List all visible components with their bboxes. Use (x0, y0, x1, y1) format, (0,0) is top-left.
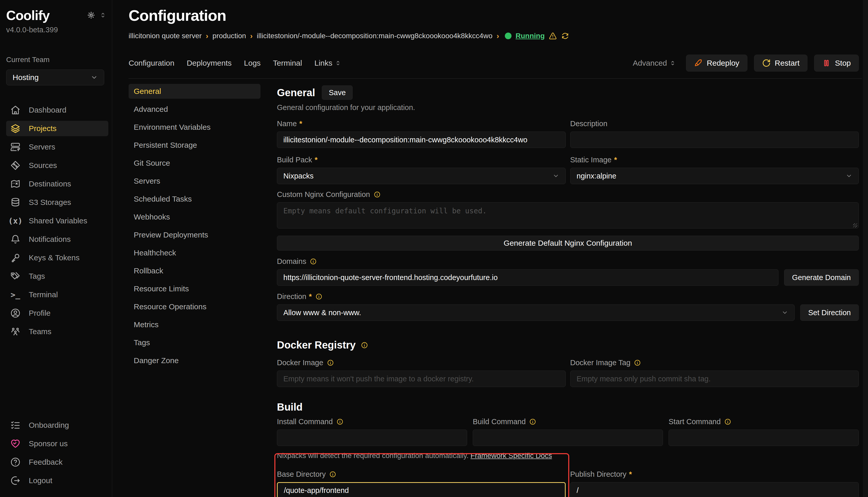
tab-terminal[interactable]: Terminal (273, 59, 302, 68)
sidebar-item-notifications[interactable]: Notifications (6, 231, 108, 247)
breadcrumb-environment-link[interactable]: production (212, 32, 246, 40)
subnav-webhooks[interactable]: Webhooks (128, 210, 261, 224)
info-icon[interactable] (336, 418, 343, 425)
restart-button[interactable]: Restart (754, 55, 808, 72)
tab-logs[interactable]: Logs (244, 59, 261, 68)
sidebar-item-logout[interactable]: Logout (6, 473, 108, 488)
set-direction-button[interactable]: Set Direction (800, 304, 859, 321)
theme-selector-icon[interactable] (100, 12, 106, 18)
app-logo[interactable]: Coolify (6, 8, 50, 23)
breadcrumb-application-link[interactable]: illicitestonion/-module--decomposition:m… (257, 32, 493, 40)
sidebar-item-label: Servers (29, 143, 55, 151)
sidebar-item-projects[interactable]: Projects (6, 121, 108, 136)
advanced-dropdown[interactable]: Advanced (633, 59, 676, 68)
start-command-input[interactable] (669, 429, 859, 446)
sidebar-item-destinations[interactable]: Destinations (6, 176, 108, 191)
sidebar-item-keys-tokens[interactable]: Keys & Tokens (6, 250, 108, 266)
name-input[interactable] (277, 131, 566, 148)
sidebar-item-shared-variables[interactable]: (x) Shared Variables (6, 213, 108, 228)
info-icon[interactable] (315, 293, 322, 300)
generate-nginx-button[interactable]: Generate Default Nginx Configuration (277, 236, 859, 251)
publish-directory-label: Publish Directory (570, 470, 626, 479)
domains-input[interactable] (277, 269, 779, 286)
build-pack-select[interactable]: Nixpacks (277, 168, 566, 184)
sidebar-item-onboarding[interactable]: Onboarding (6, 417, 108, 433)
team-select[interactable]: Hosting (6, 70, 104, 85)
info-icon[interactable] (327, 359, 334, 366)
subnav-rollback[interactable]: Rollback (128, 264, 261, 278)
generate-domain-button[interactable]: Generate Domain (784, 269, 859, 286)
publish-directory-input[interactable] (570, 482, 859, 497)
sidebar-footer-nav: Onboarding Sponsor us Feedback Logout (6, 417, 108, 488)
build-pack-value: Nixpacks (283, 172, 314, 180)
docker-image-tag-input[interactable] (570, 371, 859, 387)
refresh-icon[interactable] (561, 32, 569, 40)
breadcrumb-project-link[interactable]: illicitonion quote server (128, 32, 202, 40)
braces-x-icon: (x) (10, 217, 21, 225)
layers-icon (10, 123, 21, 133)
sidebar-item-feedback[interactable]: Feedback (6, 454, 108, 470)
tab-configuration[interactable]: Configuration (128, 59, 174, 68)
theme-sun-icon[interactable] (87, 11, 95, 19)
sidebar-item-profile[interactable]: Profile (6, 306, 108, 321)
direction-select[interactable]: Allow www & non-www. (277, 304, 795, 321)
subnav-healthcheck[interactable]: Healthcheck (128, 245, 261, 260)
subnav-git-source[interactable]: Git Source (128, 156, 261, 171)
docker-image-tag-label: Docker Image Tag (570, 358, 631, 367)
subnav-general[interactable]: General (128, 84, 261, 99)
tab-deployments[interactable]: Deployments (187, 59, 232, 68)
sidebar-item-sponsor-us[interactable]: Sponsor us (6, 436, 108, 451)
docker-image-input[interactable] (277, 371, 566, 387)
subnav-danger-zone[interactable]: Danger Zone (128, 353, 261, 368)
subnav-environment-variables[interactable]: Environment Variables (128, 120, 261, 134)
description-input[interactable] (570, 131, 859, 148)
subnav-tags[interactable]: Tags (128, 335, 261, 350)
sidebar-item-terminal[interactable]: >_ Terminal (6, 287, 108, 302)
build-pack-label: Build Pack (277, 156, 312, 164)
info-icon[interactable] (529, 418, 536, 425)
sidebar-item-teams[interactable]: Teams (6, 324, 108, 339)
scrollbar[interactable] (863, 0, 868, 497)
framework-docs-link[interactable]: Framework Specific Docs (470, 452, 552, 459)
tag-icon (10, 271, 21, 281)
install-command-label: Install Command (277, 417, 333, 426)
subnav-resource-operations[interactable]: Resource Operations (128, 299, 261, 314)
status-running-link[interactable]: Running (515, 32, 545, 40)
sidebar-item-sources[interactable]: Sources (6, 158, 108, 173)
info-icon[interactable] (329, 471, 336, 478)
sidebar-item-servers[interactable]: Servers (6, 139, 108, 155)
advanced-label: Advanced (633, 59, 667, 68)
info-icon[interactable] (310, 258, 317, 265)
subnav-preview-deployments[interactable]: Preview Deployments (128, 227, 261, 242)
tab-links[interactable]: Links (314, 59, 341, 68)
subnav-resource-limits[interactable]: Resource Limits (128, 281, 261, 296)
subnav-advanced[interactable]: Advanced (128, 102, 261, 117)
sidebar-item-s3-storages[interactable]: S3 Storages (6, 195, 108, 210)
save-button[interactable]: Save (322, 85, 353, 100)
logout-icon (10, 475, 21, 486)
users-icon (10, 326, 21, 337)
redeploy-label: Redeploy (707, 59, 740, 68)
custom-nginx-textarea[interactable] (277, 202, 859, 228)
redeploy-button[interactable]: Redeploy (686, 55, 747, 72)
subnav-servers[interactable]: Servers (128, 174, 261, 188)
info-icon[interactable] (374, 191, 381, 198)
warning-triangle-icon[interactable] (549, 32, 557, 40)
info-icon[interactable] (634, 359, 641, 366)
sidebar-item-tags[interactable]: Tags (6, 269, 108, 284)
base-directory-input[interactable] (277, 482, 566, 497)
info-icon[interactable] (724, 418, 731, 425)
subnav-persistent-storage[interactable]: Persistent Storage (128, 138, 261, 153)
install-command-input[interactable] (277, 429, 467, 446)
build-command-input[interactable] (473, 429, 663, 446)
checklist-icon (10, 420, 21, 430)
static-image-select[interactable]: nginx:alpine (570, 168, 859, 184)
sidebar-item-dashboard[interactable]: Dashboard (6, 102, 108, 118)
info-icon[interactable] (361, 342, 368, 349)
subnav-metrics[interactable]: Metrics (128, 317, 261, 332)
subnav-scheduled-tasks[interactable]: Scheduled Tasks (128, 191, 261, 207)
stop-button[interactable]: Stop (814, 55, 859, 72)
resize-handle[interactable] (853, 223, 857, 227)
page-title: Configuration (128, 7, 859, 24)
description-label: Description (570, 119, 607, 128)
